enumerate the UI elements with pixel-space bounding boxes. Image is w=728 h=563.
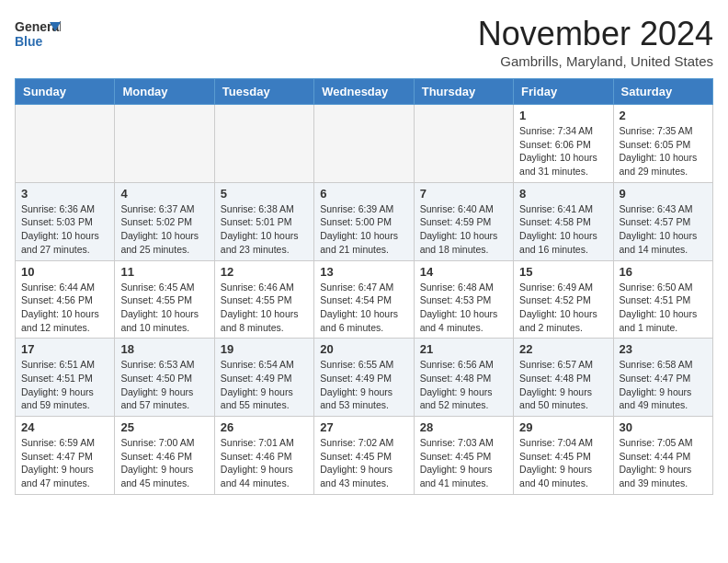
day-info: Sunrise: 6:45 AM Sunset: 4:55 PM Dayligh… [120,281,208,335]
calendar-cell: 7Sunrise: 6:40 AM Sunset: 4:59 PM Daylig… [414,182,513,260]
day-number: 17 [21,342,108,356]
calendar-cell: 3Sunrise: 6:36 AM Sunset: 5:03 PM Daylig… [16,182,115,260]
title-area: November 2024 Gambrills, Maryland, Unite… [478,15,713,69]
day-header-friday: Friday [514,79,613,105]
calendar-header-row: SundayMondayTuesdayWednesdayThursdayFrid… [16,79,713,105]
day-info: Sunrise: 6:41 AM Sunset: 4:58 PM Dayligh… [519,202,607,257]
day-number: 4 [120,187,208,201]
calendar-cell: 21Sunrise: 6:56 AM Sunset: 4:48 PM Dayli… [414,339,513,417]
day-number: 11 [120,265,208,279]
day-info: Sunrise: 7:35 AM Sunset: 6:05 PM Dayligh… [620,124,707,178]
calendar-cell: 4Sunrise: 6:37 AM Sunset: 5:02 PM Daylig… [115,182,214,260]
calendar-body: 1Sunrise: 7:34 AM Sunset: 6:06 PM Daylig… [16,105,713,495]
calendar-cell: 30Sunrise: 7:05 AM Sunset: 4:44 PM Dayli… [613,417,712,495]
day-number: 5 [221,187,308,201]
calendar-cell: 1Sunrise: 7:34 AM Sunset: 6:06 PM Daylig… [514,105,613,183]
calendar-cell: 17Sunrise: 6:51 AM Sunset: 4:51 PM Dayli… [16,339,115,417]
calendar-cell [16,105,115,183]
calendar-cell: 2Sunrise: 7:35 AM Sunset: 6:05 PM Daylig… [613,105,712,183]
calendar-cell [115,105,214,183]
header: General Blue November 2024 Gambrills, Ma… [15,15,713,69]
day-number: 1 [519,109,607,122]
day-number: 24 [21,420,108,434]
day-number: 29 [519,420,607,434]
week-row-2: 10Sunrise: 6:44 AM Sunset: 4:56 PM Dayli… [16,260,713,339]
calendar-cell: 29Sunrise: 7:04 AM Sunset: 4:45 PM Dayli… [514,417,613,495]
day-info: Sunrise: 7:34 AM Sunset: 6:06 PM Dayligh… [519,124,607,178]
calendar-cell: 13Sunrise: 6:47 AM Sunset: 4:54 PM Dayli… [314,260,414,339]
day-info: Sunrise: 6:59 AM Sunset: 4:47 PM Dayligh… [21,436,108,490]
location: Gambrills, Maryland, United States [478,53,713,69]
calendar-cell [414,105,513,183]
calendar-cell: 25Sunrise: 7:00 AM Sunset: 4:46 PM Dayli… [115,417,214,495]
day-number: 14 [420,265,507,279]
day-info: Sunrise: 7:05 AM Sunset: 4:44 PM Dayligh… [620,436,707,490]
week-row-1: 3Sunrise: 6:36 AM Sunset: 5:03 PM Daylig… [16,182,713,260]
week-row-0: 1Sunrise: 7:34 AM Sunset: 6:06 PM Daylig… [16,105,713,183]
calendar-cell: 14Sunrise: 6:48 AM Sunset: 4:53 PM Dayli… [414,260,513,339]
day-number: 23 [620,342,707,356]
logo: General Blue [15,15,61,52]
day-number: 28 [420,420,507,434]
calendar-cell: 26Sunrise: 7:01 AM Sunset: 4:46 PM Dayli… [214,417,313,495]
calendar-cell: 23Sunrise: 6:58 AM Sunset: 4:47 PM Dayli… [613,339,712,417]
calendar-cell: 15Sunrise: 6:49 AM Sunset: 4:52 PM Dayli… [514,260,613,339]
day-header-thursday: Thursday [414,79,513,105]
day-info: Sunrise: 6:44 AM Sunset: 4:56 PM Dayligh… [21,281,108,335]
calendar-cell: 20Sunrise: 6:55 AM Sunset: 4:49 PM Dayli… [314,339,414,417]
calendar: SundayMondayTuesdayWednesdayThursdayFrid… [15,78,713,495]
day-header-wednesday: Wednesday [314,79,414,105]
day-header-saturday: Saturday [613,79,712,105]
day-info: Sunrise: 6:55 AM Sunset: 4:49 PM Dayligh… [320,358,407,412]
month-title: November 2024 [478,15,713,53]
day-info: Sunrise: 6:36 AM Sunset: 5:03 PM Dayligh… [21,202,108,257]
day-number: 13 [320,265,407,279]
calendar-cell: 12Sunrise: 6:46 AM Sunset: 4:55 PM Dayli… [214,260,313,339]
calendar-cell [214,105,313,183]
day-info: Sunrise: 7:02 AM Sunset: 4:45 PM Dayligh… [320,436,407,490]
week-row-4: 24Sunrise: 6:59 AM Sunset: 4:47 PM Dayli… [16,417,713,495]
calendar-cell: 8Sunrise: 6:41 AM Sunset: 4:58 PM Daylig… [514,182,613,260]
day-header-monday: Monday [115,79,214,105]
day-number: 16 [620,265,707,279]
calendar-cell: 11Sunrise: 6:45 AM Sunset: 4:55 PM Dayli… [115,260,214,339]
calendar-cell: 27Sunrise: 7:02 AM Sunset: 4:45 PM Dayli… [314,417,414,495]
day-info: Sunrise: 6:47 AM Sunset: 4:54 PM Dayligh… [320,281,407,335]
day-info: Sunrise: 6:49 AM Sunset: 4:52 PM Dayligh… [519,281,607,335]
day-info: Sunrise: 7:00 AM Sunset: 4:46 PM Dayligh… [120,436,208,490]
day-info: Sunrise: 7:01 AM Sunset: 4:46 PM Dayligh… [221,436,308,490]
day-info: Sunrise: 7:03 AM Sunset: 4:45 PM Dayligh… [420,436,507,490]
day-info: Sunrise: 7:04 AM Sunset: 4:45 PM Dayligh… [519,436,607,490]
day-number: 8 [519,187,607,201]
day-info: Sunrise: 6:48 AM Sunset: 4:53 PM Dayligh… [420,281,507,335]
day-info: Sunrise: 6:50 AM Sunset: 4:51 PM Dayligh… [620,281,707,335]
day-number: 12 [221,265,308,279]
day-info: Sunrise: 6:40 AM Sunset: 4:59 PM Dayligh… [420,202,507,257]
day-number: 21 [420,342,507,356]
day-number: 9 [620,187,707,201]
day-info: Sunrise: 6:39 AM Sunset: 5:00 PM Dayligh… [320,202,407,257]
day-number: 18 [120,342,208,356]
day-number: 10 [21,265,108,279]
day-number: 3 [21,187,108,201]
week-row-3: 17Sunrise: 6:51 AM Sunset: 4:51 PM Dayli… [16,339,713,417]
day-info: Sunrise: 6:57 AM Sunset: 4:48 PM Dayligh… [519,358,607,412]
day-info: Sunrise: 6:54 AM Sunset: 4:49 PM Dayligh… [221,358,308,412]
day-number: 7 [420,187,507,201]
day-number: 19 [221,342,308,356]
day-info: Sunrise: 6:53 AM Sunset: 4:50 PM Dayligh… [120,358,208,412]
calendar-cell: 24Sunrise: 6:59 AM Sunset: 4:47 PM Dayli… [16,417,115,495]
calendar-cell: 5Sunrise: 6:38 AM Sunset: 5:01 PM Daylig… [214,182,313,260]
logo-icon: General Blue [15,15,61,52]
day-number: 30 [620,420,707,434]
day-number: 15 [519,265,607,279]
day-info: Sunrise: 6:37 AM Sunset: 5:02 PM Dayligh… [120,202,208,257]
day-info: Sunrise: 6:56 AM Sunset: 4:48 PM Dayligh… [420,358,507,412]
day-number: 22 [519,342,607,356]
day-info: Sunrise: 6:58 AM Sunset: 4:47 PM Dayligh… [620,358,707,412]
calendar-cell: 19Sunrise: 6:54 AM Sunset: 4:49 PM Dayli… [214,339,313,417]
day-info: Sunrise: 6:38 AM Sunset: 5:01 PM Dayligh… [221,202,308,257]
calendar-cell: 9Sunrise: 6:43 AM Sunset: 4:57 PM Daylig… [613,182,712,260]
day-header-sunday: Sunday [16,79,115,105]
calendar-cell: 18Sunrise: 6:53 AM Sunset: 4:50 PM Dayli… [115,339,214,417]
